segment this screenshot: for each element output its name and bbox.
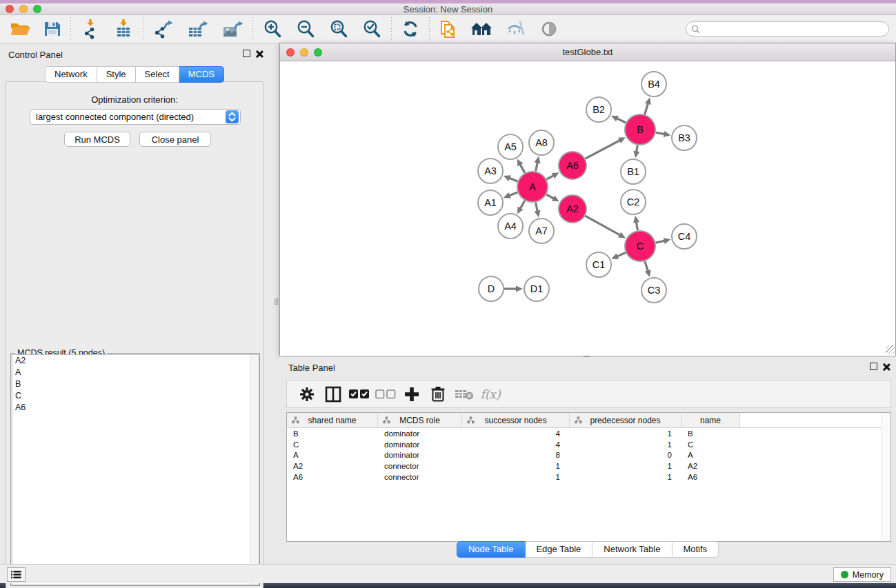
search-input[interactable] <box>703 24 888 34</box>
table-panel: Table Panel f(x) shared name MCDS role s… <box>279 357 896 562</box>
copy-document-icon[interactable] <box>432 17 464 41</box>
search-box[interactable] <box>686 21 889 37</box>
close-panel-button[interactable]: Close panel <box>139 132 211 147</box>
table-row[interactable]: Cdominator41C <box>287 439 890 450</box>
edge-A-A6[interactable] <box>546 176 553 180</box>
column-header-MCDS-role[interactable]: MCDS role <box>378 413 462 427</box>
edge-B-B3[interactable] <box>656 132 665 134</box>
mcds-result-item[interactable]: A <box>12 367 259 378</box>
tab-style[interactable]: Style <box>97 66 136 83</box>
add-column-icon[interactable] <box>399 383 425 406</box>
refresh-icon[interactable] <box>395 17 426 41</box>
run-mcds-button[interactable]: Run MCDS <box>64 132 130 147</box>
table-row[interactable]: A6connector11A6 <box>287 472 890 483</box>
session-title: Session: New Session <box>0 4 896 14</box>
tab-select[interactable]: Select <box>136 66 179 83</box>
export-table-icon[interactable] <box>181 17 215 41</box>
edge-A-A7[interactable] <box>536 203 538 212</box>
cell-name: A2 <box>681 462 740 470</box>
import-network-icon[interactable] <box>74 17 107 41</box>
memory-button[interactable]: Memory <box>833 567 891 582</box>
tab-node-table[interactable]: Node Table <box>457 541 526 558</box>
node-label-B4: B4 <box>648 79 660 90</box>
node-label-A7: A7 <box>535 225 548 236</box>
export-network-icon[interactable] <box>146 17 181 41</box>
toolbar-separator <box>143 17 143 41</box>
edge-C-C3[interactable] <box>645 261 648 271</box>
arrowhead-icon <box>504 175 511 181</box>
float-table-panel-icon[interactable] <box>870 363 877 370</box>
mcds-result-item[interactable]: B <box>12 378 259 390</box>
edge-A2-C[interactable] <box>585 216 620 235</box>
edge-C-C2[interactable] <box>636 222 637 231</box>
close-table-panel-icon[interactable] <box>882 363 890 371</box>
tab-network[interactable]: Network <box>45 66 97 83</box>
deselect-all-icon[interactable] <box>372 383 399 406</box>
node-label-A5: A5 <box>504 141 517 152</box>
select-all-icon[interactable] <box>346 383 372 406</box>
mcds-result-item[interactable]: A2 <box>12 355 259 367</box>
edge-A-A8[interactable] <box>536 162 538 171</box>
zoom-out-icon[interactable] <box>289 17 322 41</box>
hide-graphics-icon[interactable] <box>500 17 533 41</box>
open-session-icon[interactable] <box>4 17 37 41</box>
zoom-selected-icon[interactable] <box>355 17 388 41</box>
network-canvas[interactable]: AA6A2BCA1A3A4A5A7A8B1B2B3B4C1C2C3C4DD1 <box>280 62 895 356</box>
resize-grip-icon[interactable] <box>886 345 895 354</box>
home-pair-icon[interactable] <box>464 17 500 41</box>
edge-A-A2[interactable] <box>546 194 554 199</box>
gear-icon[interactable] <box>294 383 320 406</box>
import-table-icon[interactable] <box>107 17 140 41</box>
edge-A-A1[interactable] <box>509 192 517 196</box>
criterion-value: largest connected component (directed) <box>30 112 226 122</box>
tab-network-table[interactable]: Network Table <box>593 541 672 558</box>
node-table[interactable]: shared name MCDS role successor nodes pr… <box>286 412 891 542</box>
mcds-result-groupbox: MCDS result (5 nodes) A2ABCA6 <box>10 353 260 586</box>
export-image-icon[interactable] <box>215 17 250 41</box>
edge-A-A5[interactable] <box>520 164 525 172</box>
table-row[interactable]: A2connector11A2 <box>287 460 890 472</box>
edge-A-A4[interactable] <box>520 201 525 209</box>
close-panel-icon[interactable] <box>255 50 263 58</box>
zoom-in-icon[interactable] <box>256 17 289 41</box>
node-label-B2: B2 <box>593 104 605 115</box>
control-panel-tabs: NetworkStyleSelectMCDS <box>45 66 224 83</box>
criterion-dropdown[interactable]: largest connected component (directed) <box>30 109 241 125</box>
edge-A6-B[interactable] <box>586 140 620 159</box>
tab-motifs[interactable]: Motifs <box>672 541 719 558</box>
zoom-fit-icon[interactable] <box>322 17 355 41</box>
edge-B-B2[interactable] <box>617 119 626 123</box>
table-scrollbar[interactable] <box>882 413 890 541</box>
show-graphics-icon[interactable] <box>533 17 565 41</box>
tab-mcds[interactable]: MCDS <box>179 66 224 83</box>
status-bar: Memory <box>0 564 896 583</box>
column-header-shared-name[interactable]: shared name <box>287 413 378 427</box>
tab-edge-table[interactable]: Edge Table <box>525 541 593 558</box>
task-history-button[interactable] <box>7 567 26 582</box>
mcds-result-list[interactable]: A2ABCA6 <box>12 354 259 585</box>
table-row[interactable]: Adominator80A <box>287 449 890 460</box>
node-label-D1: D1 <box>530 283 544 294</box>
edge-B-B4[interactable] <box>645 103 648 114</box>
column-header-name[interactable]: name <box>681 413 740 427</box>
cell-predecessor-nodes: 1 <box>570 473 681 481</box>
result-list-scrollbar[interactable] <box>250 355 259 585</box>
app-titlebar: Session: New Session <box>0 3 896 15</box>
delete-column-icon[interactable] <box>425 383 451 406</box>
column-header-predecessor-nodes[interactable]: predecessor nodes <box>570 413 681 427</box>
edge-B-B1[interactable] <box>637 145 638 152</box>
edge-C-C1[interactable] <box>617 252 626 256</box>
table-row[interactable]: Bdominator41B <box>287 428 890 439</box>
save-session-icon[interactable] <box>37 17 68 41</box>
mcds-result-item[interactable]: A6 <box>12 402 259 414</box>
edge-A-A3[interactable] <box>509 178 517 181</box>
cell-successor-nodes: 1 <box>462 473 570 481</box>
column-header-successor-nodes[interactable]: successor nodes <box>462 413 570 427</box>
vertical-split-handle[interactable] <box>275 298 278 305</box>
cell-successor-nodes: 8 <box>462 451 570 459</box>
mcds-result-item[interactable]: C <box>12 390 259 402</box>
float-panel-icon[interactable] <box>243 50 250 57</box>
cell-predecessor-nodes: 1 <box>570 429 681 438</box>
columns-icon[interactable] <box>320 383 346 406</box>
edge-C-C4[interactable] <box>655 241 664 243</box>
